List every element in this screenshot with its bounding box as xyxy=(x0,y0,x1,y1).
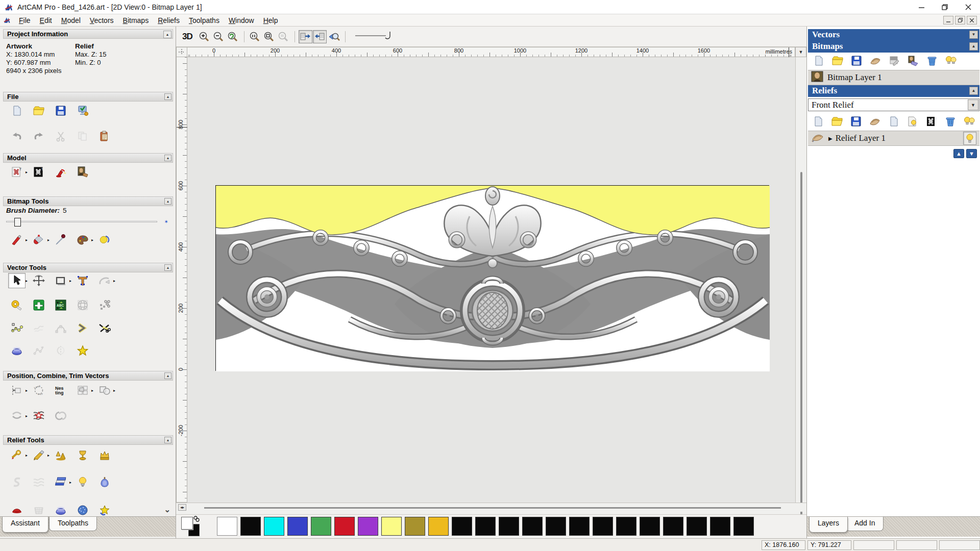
reliefs-panel-header[interactable]: Reliefs ▲ xyxy=(808,85,979,97)
shape-editor-flyout-arrow[interactable]: ▸ xyxy=(26,447,30,463)
greyscale-model-flyout-arrow[interactable]: ▸ xyxy=(26,164,30,180)
weld-vectors-flyout-arrow[interactable]: ▸ xyxy=(113,383,118,398)
preview-toolpath-button[interactable] xyxy=(327,30,341,43)
zoom-previous-button[interactable] xyxy=(226,30,240,43)
create-text-icon[interactable] xyxy=(74,273,91,288)
text-block-icon[interactable]: ABC xyxy=(52,297,69,313)
create-polyline-icon[interactable] xyxy=(8,320,26,336)
palette-swatch-black-4[interactable] xyxy=(499,517,519,536)
node-editing-icon[interactable] xyxy=(30,343,47,358)
tab-add-in[interactable]: Add In xyxy=(846,517,884,531)
slider-thumb[interactable] xyxy=(14,218,21,227)
colour-palette-flyout-arrow[interactable]: ▸ xyxy=(91,232,96,247)
minimize-button[interactable] xyxy=(910,0,933,14)
collapse-bitmaps-button[interactable]: ▲ xyxy=(969,42,978,51)
bitmaps-panel-header[interactable]: Bitmaps ▲ xyxy=(808,41,979,53)
lighting-icon[interactable] xyxy=(52,164,69,180)
palette-swatch-pale-yellow[interactable] xyxy=(381,517,402,536)
select-vectors-flyout-arrow[interactable]: ▸ xyxy=(26,273,30,288)
relief-select-arrow[interactable]: ▼ xyxy=(968,99,978,110)
zoom-object-button[interactable] xyxy=(277,30,290,43)
flood-fill-flyout-arrow[interactable]: ▸ xyxy=(47,232,52,247)
slider-track[interactable] xyxy=(6,221,157,222)
tab-toolpaths[interactable]: Toolpaths xyxy=(49,517,97,531)
palette-swatch-black-5[interactable] xyxy=(522,517,543,536)
menu-edit[interactable]: Edit xyxy=(35,15,57,26)
vertical-scrollbar[interactable] xyxy=(795,57,806,503)
vectors-panel-header[interactable]: Vectors ▼ xyxy=(808,29,979,41)
palette-swatch-green[interactable] xyxy=(311,517,331,536)
palette-swatch-blue[interactable] xyxy=(287,517,308,536)
expand-relief-layer-arrow[interactable]: ▶ xyxy=(828,136,832,141)
trim-vectors-icon[interactable] xyxy=(96,320,113,336)
collapse-section-button[interactable]: ▲ xyxy=(164,198,172,205)
sharpen-node-icon[interactable] xyxy=(74,320,91,336)
previous-view-button[interactable] xyxy=(313,30,327,43)
move-layer-up-button[interactable]: ▲ xyxy=(953,149,964,158)
weld-vectors-icon[interactable] xyxy=(96,383,113,398)
nesting-icon[interactable]: Nesting xyxy=(52,383,69,398)
join-vectors-flyout-arrow[interactable]: ▸ xyxy=(26,408,30,423)
panel-scroll-down-button[interactable]: ⌄ xyxy=(164,505,170,514)
delete-relief-icon[interactable] xyxy=(941,115,960,128)
menu-reliefs[interactable]: Reliefs xyxy=(153,15,184,26)
zoom-fit-button[interactable] xyxy=(262,30,276,43)
new-relief-layer-icon[interactable] xyxy=(809,115,828,128)
relief-goblet-icon[interactable] xyxy=(74,447,91,463)
next-view-button[interactable] xyxy=(299,30,312,43)
tab-layers[interactable]: Layers xyxy=(809,517,848,533)
save-file-icon[interactable] xyxy=(52,103,69,118)
panel-scroll-up-button[interactable]: ▲ xyxy=(163,31,172,38)
star-tool-icon[interactable] xyxy=(74,343,91,358)
palette-swatch-black[interactable] xyxy=(240,517,261,536)
cut-icon[interactable] xyxy=(52,129,69,144)
wireframe-icon[interactable] xyxy=(74,297,91,313)
image-layer-icon[interactable] xyxy=(903,54,922,67)
horizontal-scrollbar[interactable]: ◂▸ xyxy=(176,503,806,512)
palette-swatch-black-8[interactable] xyxy=(593,517,613,536)
layer-stack-icon[interactable] xyxy=(885,115,903,128)
weave-relief-icon[interactable] xyxy=(30,474,47,490)
save-relief-icon[interactable] xyxy=(847,115,866,128)
brush-diameter-slider[interactable]: ✶ xyxy=(6,218,157,225)
relief-select-dropdown[interactable]: Front Relief ▼ xyxy=(808,98,979,111)
redo-icon[interactable] xyxy=(30,129,47,144)
texture-model-icon[interactable] xyxy=(74,164,91,180)
block-copy-flyout-arrow[interactable]: ▸ xyxy=(91,383,96,398)
relief-layer-row[interactable]: + ▶ Relief Layer 1 xyxy=(808,131,979,146)
palette-swatch-black-9[interactable] xyxy=(616,517,636,536)
paint-brush-icon[interactable] xyxy=(8,232,26,247)
relief-lamp-icon[interactable] xyxy=(74,474,91,490)
palette-swatch-black-6[interactable] xyxy=(546,517,566,536)
palette-swatch-black-11[interactable] xyxy=(663,517,683,536)
two-rail-sweep-icon[interactable] xyxy=(96,474,113,490)
menu-vectors[interactable]: Vectors xyxy=(85,15,118,26)
expand-vectors-button[interactable]: ▼ xyxy=(969,31,978,39)
palette-swatch-black-7[interactable] xyxy=(569,517,590,536)
interlock-icon[interactable] xyxy=(52,408,69,423)
palette-swatch-black-2[interactable] xyxy=(452,517,472,536)
palette-swatch-black-10[interactable] xyxy=(640,517,660,536)
palette-swatch-white[interactable] xyxy=(217,517,237,536)
star-relief-icon[interactable] xyxy=(96,503,113,518)
delete-layer-icon[interactable] xyxy=(922,54,941,67)
move-layer-down-button[interactable]: ▼ xyxy=(966,149,977,158)
sketch-relief-icon[interactable] xyxy=(866,115,885,128)
drawing-viewport[interactable] xyxy=(187,57,795,503)
tab-assistant[interactable]: Assistant xyxy=(2,517,48,533)
palette-swatch-cyan[interactable] xyxy=(264,517,284,536)
bulb-page-icon[interactable] xyxy=(903,115,922,128)
menu-window[interactable]: Window xyxy=(224,15,259,26)
palette-swatch-purple[interactable] xyxy=(358,517,378,536)
close-button[interactable] xyxy=(957,0,980,14)
new-model-icon[interactable] xyxy=(8,103,26,118)
menu-bitmaps[interactable]: Bitmaps xyxy=(118,15,154,26)
collapse-section-button[interactable]: ▲ xyxy=(164,437,172,443)
paint-brush-flyout-arrow[interactable]: ▸ xyxy=(26,232,30,247)
undo-icon[interactable] xyxy=(8,129,26,144)
colour-palette-icon[interactable] xyxy=(74,232,91,247)
zoom-actual-button[interactable] xyxy=(248,30,262,43)
new-bitmap-layer-icon[interactable] xyxy=(809,54,828,67)
scroll-left-button[interactable]: ◂▸ xyxy=(178,504,186,511)
collapse-reliefs-button[interactable]: ▲ xyxy=(969,87,978,95)
